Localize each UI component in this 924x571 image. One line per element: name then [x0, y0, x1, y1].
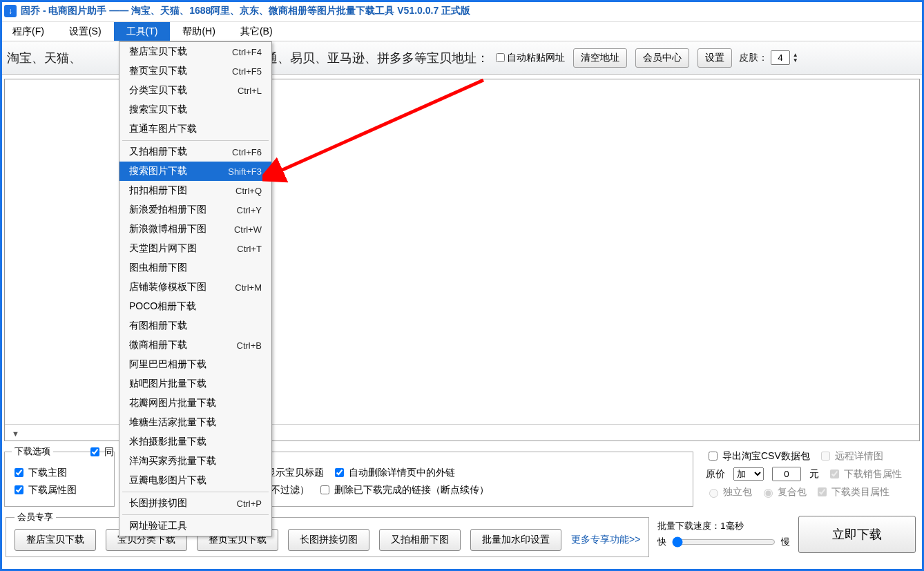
tools-menu-item[interactable]: 直通车图片下载: [119, 119, 271, 139]
export-csv-checkbox[interactable]: [709, 452, 718, 461]
tools-menu-item[interactable]: 贴吧图片批量下载: [119, 374, 271, 394]
menu-item-label: 又拍相册下载: [129, 146, 187, 158]
tools-menu-item[interactable]: 网址验证工具: [119, 516, 271, 536]
menu-tools[interactable]: 工具(T): [114, 22, 171, 41]
tools-menu-item[interactable]: 整店宝贝下载Ctrl+F4: [119, 42, 271, 61]
remote-detail-checkbox: [821, 452, 830, 461]
orig-price-value-input[interactable]: [772, 467, 801, 481]
skin-value-input[interactable]: [771, 50, 790, 65]
member-exclusive-legend: 会员专享: [15, 511, 56, 523]
export-csv-label: 导出淘宝CSV数据包: [722, 450, 810, 463]
independent-package-radio: [709, 489, 718, 498]
download-attr-image-checkbox[interactable]: [15, 485, 23, 494]
menu-item-label: 豆瓣电影图片下载: [129, 474, 206, 487]
auto-delete-links-checkbox[interactable]: [335, 468, 344, 477]
tools-menu-item[interactable]: 花瓣网图片批量下载: [119, 394, 271, 413]
download-category-attr-label: 下载类目属性: [831, 486, 889, 499]
tools-menu-item[interactable]: 微商相册下载Ctrl+B: [119, 336, 271, 355]
download-sale-attr-label: 下载销售属性: [844, 468, 902, 481]
menu-item-label: 洋淘买家秀批量下载: [129, 455, 216, 467]
speed-title: 批量下载速度：1毫秒: [657, 520, 790, 532]
settings-button[interactable]: 设置: [697, 48, 732, 68]
tools-menu-item[interactable]: 有图相册下载: [119, 316, 271, 336]
start-download-button[interactable]: 立即下载: [798, 516, 916, 553]
download-main-image-label: 下载主图: [28, 467, 67, 479]
menu-item-label: 整店宝贝下载: [129, 46, 187, 58]
tools-menu-item[interactable]: 天堂图片网下图Ctrl+T: [119, 239, 271, 258]
address-prompt-right: 速卖通、易贝、亚马逊、拼多多等宝贝地址：: [240, 50, 489, 66]
speed-panel: 批量下载速度：1毫秒 快 慢: [657, 520, 790, 549]
app-icon: ↓: [4, 5, 17, 17]
menu-item-label: 长图拼接切图: [129, 497, 187, 510]
delete-completed-label: 删除已下载完成的链接（断点续传）: [334, 484, 489, 496]
tools-menu-item[interactable]: 米拍摄影批量下载: [119, 432, 271, 452]
clear-address-button[interactable]: 清空地址: [573, 48, 627, 68]
skin-label: 皮肤：: [739, 52, 768, 63]
tools-menu-item[interactable]: 又拍相册下载Ctrl+F6: [119, 142, 271, 162]
member-btn-5[interactable]: 批量加水印设置: [470, 529, 561, 551]
menu-other[interactable]: 其它(B): [228, 22, 285, 41]
tools-menu-item[interactable]: 搜索宝贝下载: [119, 100, 271, 119]
download-category-attr-checkbox: [818, 487, 827, 496]
more-features-link[interactable]: 更多专享功能>>: [571, 534, 640, 546]
menu-item-label: POCO相册下载: [129, 300, 196, 313]
auto-paste-checkbox[interactable]: [496, 53, 505, 62]
menu-item-shortcut: Ctrl+Q: [235, 186, 262, 196]
menu-program[interactable]: 程序(F): [0, 22, 57, 41]
download-options-legend: 下载选项: [12, 445, 53, 458]
orig-price-label: 原价: [706, 468, 725, 481]
menu-item-shortcut: Ctrl+L: [238, 86, 262, 96]
menu-item-label: 有图相册下载: [129, 320, 187, 332]
tools-menu-item[interactable]: 分类宝贝下载Ctrl+L: [119, 81, 271, 100]
download-attr-image-label: 下载属性图: [28, 484, 77, 496]
menu-help[interactable]: 帮助(H): [170, 22, 227, 41]
delete-completed-checkbox[interactable]: [320, 485, 329, 494]
tools-menu-item[interactable]: 店铺装修模板下图Ctrl+M: [119, 278, 271, 297]
skin-spinner[interactable]: ▲▼: [793, 52, 798, 64]
menu-item-label: 花瓣网图片批量下载: [129, 397, 216, 409]
tools-menu-item[interactable]: 长图拼接切图Ctrl+P: [119, 494, 271, 513]
dropdown-arrow-icon[interactable]: ▼: [12, 429, 19, 438]
titlebar: ↓ 固乔 - 电商图片助手 —— 淘宝、天猫、1688阿里、京东、微商相册等图片…: [0, 0, 924, 22]
tools-menu-item[interactable]: 新浪微博相册下图Ctrl+W: [119, 220, 271, 239]
menu-item-label: 搜索图片下载: [129, 165, 187, 177]
address-prompt-left: 淘宝、天猫、: [7, 50, 81, 66]
tools-menu-item[interactable]: 新浪爱拍相册下图Ctrl+Y: [119, 200, 271, 220]
menu-item-shortcut: Ctrl+F4: [232, 47, 262, 57]
tools-menu-item[interactable]: 图虫相册下图: [119, 258, 271, 278]
composite-package-radio: [764, 489, 773, 498]
tools-menu-item[interactable]: 搜索图片下载Shift+F3: [119, 162, 271, 181]
download-sale-attr-checkbox: [830, 470, 839, 478]
orig-price-unit: 元: [809, 468, 819, 481]
auto-delete-links-label: 自动删除详情页中的外链: [349, 467, 455, 479]
menu-item-label: 新浪爱拍相册下图: [129, 204, 206, 216]
menu-item-label: 天堂图片网下图: [129, 242, 197, 255]
tools-menu-item[interactable]: 整页宝贝下载Ctrl+F5: [119, 61, 271, 81]
tools-menu-item[interactable]: 扣扣相册下图Ctrl+Q: [119, 181, 271, 200]
menu-item-label: 堆糖生活家批量下载: [129, 416, 216, 429]
member-btn-4[interactable]: 又拍相册下图: [379, 529, 461, 551]
member-center-button[interactable]: 会员中心: [635, 48, 689, 68]
orig-price-op-select[interactable]: 加: [733, 467, 764, 481]
tools-menu-item[interactable]: POCO相册下载: [119, 297, 271, 316]
tools-menu-item[interactable]: 堆糖生活家批量下载: [119, 413, 271, 432]
same-checkbox[interactable]: [90, 447, 99, 456]
menu-item-shortcut: Ctrl+B: [237, 340, 262, 351]
download-main-image-checkbox[interactable]: [15, 468, 23, 477]
tools-menu-item[interactable]: 洋淘买家秀批量下载: [119, 452, 271, 471]
menu-item-label: 店铺装修模板下图: [129, 281, 206, 293]
member-exclusive-panel: 会员专享 整店宝贝下载 宝贝分类下载 整页宝贝下载 长图拼接切图 又拍相册下图 …: [6, 511, 649, 557]
composite-package-label: 复合包: [778, 486, 807, 499]
member-btn-0[interactable]: 整店宝贝下载: [15, 529, 96, 551]
menu-item-label: 扣扣相册下图: [129, 184, 187, 197]
tools-menu-item[interactable]: 豆瓣电影图片下载: [119, 471, 271, 490]
member-btn-3[interactable]: 长图拼接切图: [288, 529, 369, 551]
tools-menu-item[interactable]: 阿里巴巴相册下载: [119, 355, 271, 374]
window-title: 固乔 - 电商图片助手 —— 淘宝、天猫、1688阿里、京东、微商相册等图片批量…: [21, 5, 470, 17]
speed-slider[interactable]: [672, 536, 776, 548]
same-label: 同: [104, 446, 114, 458]
menu-settings[interactable]: 设置(S): [57, 22, 114, 41]
menu-item-label: 直通车图片下载: [129, 123, 197, 135]
menu-item-shortcut: Ctrl+T: [237, 244, 262, 254]
auto-paste-label: 自动粘贴网址: [507, 52, 565, 64]
